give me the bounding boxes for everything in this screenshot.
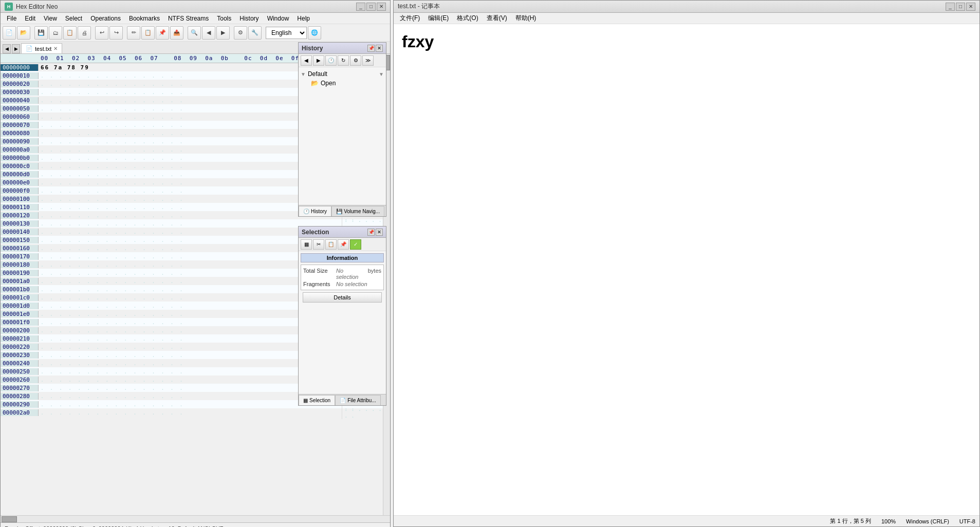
selection-grid-button[interactable]: ▦ bbox=[301, 239, 312, 250]
tab-close-button[interactable]: ✕ bbox=[53, 46, 58, 51]
menu-select[interactable]: Select bbox=[61, 14, 86, 23]
toolbar-open-button[interactable]: 📂 bbox=[17, 26, 30, 40]
selection-details-button[interactable]: Details bbox=[303, 292, 382, 303]
notepad-menu-format[interactable]: 格式(O) bbox=[453, 13, 482, 24]
hex-bytes: . . . . . . . . . . . . . . . . bbox=[39, 311, 342, 317]
hex-address: 00000240 bbox=[1, 360, 39, 367]
menu-operations[interactable]: Operations bbox=[86, 14, 125, 23]
toolbar-close-button[interactable]: 📋 bbox=[63, 26, 77, 40]
hex-minimize-button[interactable]: _ bbox=[356, 3, 365, 11]
hex-bytes: . . . . . . . . . . . . . . . . bbox=[39, 270, 342, 276]
menu-window[interactable]: Window bbox=[263, 14, 293, 23]
toolbar-save-button[interactable]: 💾 bbox=[34, 26, 48, 40]
selection-paste-range-button[interactable]: 📌 bbox=[338, 239, 349, 250]
menu-history[interactable]: History bbox=[235, 14, 263, 23]
history-forward-button[interactable]: ▶ bbox=[313, 55, 324, 66]
selection-info-area: Information Total Size No selection byte… bbox=[299, 251, 386, 307]
file-attr-tab-label: File Attribu... bbox=[347, 398, 376, 403]
notepad-menu-edit[interactable]: 编辑(E) bbox=[424, 13, 453, 24]
selection-tab-selection[interactable]: ▦ Selection bbox=[299, 395, 335, 405]
history-group-menu[interactable]: ▼ bbox=[379, 71, 384, 77]
hex-maximize-button[interactable]: □ bbox=[366, 3, 376, 11]
notepad-menu-help[interactable]: 帮助(H) bbox=[511, 13, 541, 24]
hex-address: 00000230 bbox=[1, 352, 39, 359]
hex-address: 00000020 bbox=[1, 81, 39, 87]
selection-copy-range-button[interactable]: 📋 bbox=[325, 239, 337, 250]
history-extra-button[interactable]: ≫ bbox=[362, 55, 374, 66]
selection-close-button[interactable]: ✕ bbox=[376, 229, 383, 236]
hex-address: 000000d0 bbox=[1, 171, 39, 178]
menu-bookmarks[interactable]: Bookmarks bbox=[125, 14, 164, 23]
history-item-open[interactable]: 📂 Open bbox=[301, 79, 384, 88]
toolbar-wrench-button[interactable]: 🔧 bbox=[248, 26, 262, 40]
notepad-menu-file[interactable]: 文件(F) bbox=[396, 13, 424, 24]
hex-address: 00000190 bbox=[1, 270, 39, 276]
history-close-button[interactable]: ✕ bbox=[376, 45, 383, 52]
toolbar-new-button[interactable]: 📄 bbox=[3, 26, 16, 40]
hex-address: 00000010 bbox=[1, 72, 39, 79]
history-settings-button[interactable]: ⚙ bbox=[350, 55, 361, 66]
hex-close-button[interactable]: ✕ bbox=[377, 3, 386, 11]
history-pin-button[interactable]: 📌 bbox=[367, 45, 375, 52]
hex-address: 00000220 bbox=[1, 344, 39, 350]
notepad-title-bar: test.txt - 记事本 _ □ ✕ bbox=[394, 1, 979, 13]
menu-view[interactable]: View bbox=[40, 14, 61, 23]
hex-address: 00000110 bbox=[1, 204, 39, 211]
toolbar-paste-button[interactable]: 📌 bbox=[156, 26, 169, 40]
history-open-icon: 📂 bbox=[311, 80, 319, 87]
notepad-text-area[interactable]: fzxy bbox=[394, 24, 979, 60]
menu-tools[interactable]: Tools bbox=[213, 14, 235, 23]
toolbar-edit-button[interactable]: ✏ bbox=[127, 26, 140, 40]
toolbar-save-all-button[interactable]: 🗂 bbox=[49, 26, 62, 40]
hex-address: 000000e0 bbox=[1, 179, 39, 186]
tab-prev-button[interactable]: ◀ bbox=[3, 44, 11, 53]
file-tab-test-txt[interactable]: 📄 test.txt ✕ bbox=[21, 43, 62, 53]
toolbar-globe-button[interactable]: 🌐 bbox=[308, 26, 321, 40]
selection-tab-file-attr[interactable]: 📄 File Attribu... bbox=[335, 395, 381, 405]
notepad-minimize-button[interactable]: _ bbox=[946, 3, 955, 11]
menu-ntfs-streams[interactable]: NTFS Streams bbox=[164, 14, 213, 23]
notepad-close-button[interactable]: ✕ bbox=[966, 3, 975, 11]
language-dropdown[interactable]: English bbox=[266, 27, 307, 39]
notepad-maximize-button[interactable]: □ bbox=[956, 3, 965, 11]
selection-panel-controls: 📌 ✕ bbox=[367, 229, 383, 236]
hex-bytes: . . . . . . . . . . . . . . . . bbox=[39, 409, 342, 416]
toolbar-find-prev-button[interactable]: ◀ bbox=[202, 26, 215, 40]
menu-help[interactable]: Help bbox=[293, 14, 314, 23]
notepad-menu-view[interactable]: 查看(V) bbox=[483, 13, 511, 24]
tab-next-button[interactable]: ▶ bbox=[12, 44, 20, 53]
toolbar-copy-button[interactable]: 📋 bbox=[141, 26, 155, 40]
menu-edit[interactable]: Edit bbox=[21, 14, 40, 23]
history-tab-volume[interactable]: 💾 Volume Navig... bbox=[331, 206, 384, 216]
sel-tab-label: Selection bbox=[309, 398, 330, 403]
selection-pin-button[interactable]: 📌 bbox=[367, 229, 375, 236]
toolbar-print-button[interactable]: 🖨 bbox=[78, 26, 91, 40]
toolbar-find-next-button[interactable]: ▶ bbox=[216, 26, 230, 40]
menu-file[interactable]: File bbox=[3, 14, 21, 23]
hex-bytes: . . . . . . . . . . . . . . . . bbox=[39, 187, 342, 194]
history-panel-controls: 📌 ✕ bbox=[367, 45, 383, 52]
history-tab-history[interactable]: 🕐 History bbox=[299, 206, 331, 216]
history-back-button[interactable]: ◀ bbox=[301, 55, 312, 66]
hex-bytes: . . . . . . . . . . . . . . . . bbox=[39, 261, 342, 268]
tab-file-icon: 📄 bbox=[26, 45, 33, 52]
toolbar-redo-button[interactable]: ↪ bbox=[109, 26, 123, 40]
hex-toolbar: 📄 📂 💾 🗂 📋 🖨 ↩ ↪ ✏ 📋 📌 📤 🔍 ◀ ▶ ⚙ 🔧 Englis… bbox=[1, 24, 390, 42]
selection-cut-button[interactable]: ✂ bbox=[313, 239, 324, 250]
hex-address: 00000080 bbox=[1, 130, 39, 137]
history-tab-icon: 🕐 bbox=[303, 209, 309, 214]
hex-menu-bar: File Edit View Select Operations Bookmar… bbox=[1, 13, 390, 24]
history-group-toggle-icon[interactable]: ▼ bbox=[301, 71, 306, 77]
fragments-value: No selection bbox=[336, 281, 367, 287]
selection-check-button[interactable]: ✓ bbox=[350, 239, 361, 250]
table-row[interactable]: 000002a0. . . . . . . . . . . . . . . ..… bbox=[1, 408, 383, 417]
selection-panel-tab-bar: ▦ Selection 📄 File Attribu... bbox=[299, 394, 386, 405]
hex-horizontal-scrollbar[interactable] bbox=[1, 515, 390, 522]
toolbar-export-button[interactable]: 📤 bbox=[170, 26, 183, 40]
toolbar-find-button[interactable]: 🔍 bbox=[188, 26, 201, 40]
history-refresh-button[interactable]: ↻ bbox=[338, 55, 349, 66]
toolbar-undo-button[interactable]: ↩ bbox=[95, 26, 108, 40]
history-clock-button[interactable]: 🕐 bbox=[325, 55, 337, 66]
toolbar-convert-button[interactable]: ⚙ bbox=[234, 26, 247, 40]
history-item-label: Open bbox=[321, 80, 336, 87]
